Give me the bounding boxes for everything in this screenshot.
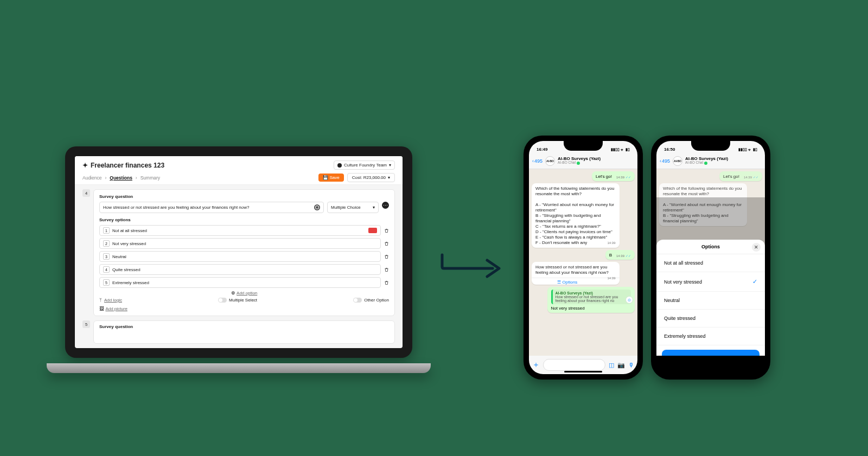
option-input[interactable]: 3Neutral: [99, 251, 381, 262]
laptop-screen: Freelancer finances 123 Culture Foundry …: [75, 156, 403, 348]
back-button[interactable]: ‹ 495: [660, 158, 670, 164]
toggle-icon: [353, 298, 362, 303]
option-row: 3Neutral: [99, 251, 389, 262]
option-row: 1Not at all stressed: [99, 225, 389, 236]
sheet-option-label: Neutral: [664, 298, 680, 303]
option-input[interactable]: 5Extremely stressed: [99, 277, 381, 288]
send-button[interactable]: Send: [662, 350, 760, 356]
status-time: 16:49: [537, 147, 547, 152]
read-checks-icon: ✓✓: [753, 175, 758, 179]
laptop-base: [47, 363, 431, 373]
sheet-option[interactable]: Extremely stressed: [656, 327, 765, 345]
back-button[interactable]: ‹ 495: [532, 158, 542, 164]
crumb-questions[interactable]: Questions: [110, 175, 132, 181]
cost-label: Cost: R23,000.00: [352, 175, 386, 180]
breadcrumbs: Audience › Questions › Summary: [82, 175, 160, 181]
cost-display[interactable]: Cost: R23,000.00 ▾: [347, 173, 395, 182]
message-in[interactable]: Which of the following statements do you…: [532, 183, 620, 248]
message-out[interactable]: B 14:39✓✓: [605, 250, 635, 260]
crumb-summary[interactable]: Summary: [141, 175, 160, 181]
option-input[interactable]: 4Quite stressed: [99, 264, 381, 275]
close-button[interactable]: ✕: [752, 243, 761, 252]
option-number: 5: [103, 279, 110, 286]
wifi-icon: ᯤ: [621, 148, 624, 152]
crumb-audience[interactable]: Audience: [82, 175, 101, 181]
camera-icon[interactable]: 📷: [617, 362, 625, 369]
options-button[interactable]: ☰ Options: [532, 278, 620, 287]
other-option-toggle[interactable]: Other Option: [353, 298, 389, 303]
phone-mock-options: 16:50 ▮▮▯▯ ᯤ ▮▯ ‹ 495 AI·BO AI-BO Survey…: [651, 136, 770, 380]
reply-quote: AI-BO Surveys (Yazi) How stressed or not…: [551, 290, 631, 304]
wand-icon: [82, 162, 88, 169]
app-header: Freelancer finances 123 Culture Foundry …: [75, 156, 403, 185]
page-title: Freelancer finances 123: [82, 162, 164, 169]
attach-button[interactable]: ＋: [532, 360, 540, 370]
option-label: Not very stressed: [112, 241, 146, 246]
save-button[interactable]: 💾 Save: [318, 174, 344, 182]
sticker-icon[interactable]: ◫: [609, 362, 614, 369]
chevron-down-icon: ▾: [389, 163, 391, 168]
trash-icon[interactable]: [384, 254, 389, 259]
message-out[interactable]: Let's go! 14:39✓✓: [592, 171, 635, 181]
message-text: Let's go!: [596, 174, 612, 179]
step-number-badge[interactable]: 5: [82, 320, 90, 328]
sheet-option[interactable]: Quite stressed: [656, 310, 765, 327]
multiple-select-toggle[interactable]: Multiple Select: [218, 298, 257, 303]
team-selector[interactable]: Culture Foundry Team ▾: [334, 160, 395, 170]
branch-icon: ᛘ: [99, 298, 102, 303]
option-row: 5Extremely stressed: [99, 277, 389, 288]
trash-icon[interactable]: [384, 280, 389, 285]
option-number: 4: [103, 266, 110, 273]
chat-body[interactable]: Let's go! 14:39✓✓ Which of the following…: [529, 169, 637, 356]
message-text: B: [609, 253, 612, 258]
media-icon[interactable]: [368, 228, 377, 233]
battery-icon: ▮▯: [626, 147, 630, 152]
record-icon[interactable]: [314, 204, 320, 210]
message-in-with-options[interactable]: How stressed or not stressed are you fee…: [532, 262, 620, 285]
page-title-text: Freelancer finances 123: [91, 162, 164, 169]
chevron-left-icon: ‹: [660, 158, 661, 164]
option-input[interactable]: 2Not very stressed: [99, 238, 381, 249]
sheet-option[interactable]: Not at all stressed: [656, 254, 765, 272]
question-more-button[interactable]: ⋯: [382, 202, 389, 209]
builder-canvas: 4 Survey question How stressed or not st…: [75, 185, 403, 320]
add-picture-link[interactable]: Add picture: [105, 306, 127, 311]
question-input[interactable]: How stressed or not stressed are you fee…: [99, 202, 324, 213]
laptop-bezel: Freelancer finances 123 Culture Foundry …: [65, 146, 412, 358]
message-out-reply[interactable]: AI-BO Surveys (Yazi) How stressed or not…: [547, 287, 635, 313]
option-input[interactable]: 1Not at all stressed: [99, 225, 381, 236]
message-text: Which of the following statements do you…: [535, 186, 614, 245]
contact-avatar[interactable]: AI·BO: [673, 156, 682, 166]
trash-icon[interactable]: [384, 267, 389, 272]
contact-avatar[interactable]: AI·BO: [545, 156, 555, 166]
mic-icon[interactable]: 🎙: [628, 362, 634, 368]
question-card-collapsed[interactable]: Survey question: [93, 320, 395, 344]
sheet-option-label: Extremely stressed: [664, 333, 706, 339]
message-text: Let's go!: [723, 174, 739, 179]
trash-icon[interactable]: [384, 228, 389, 233]
list-icon: ☰: [557, 280, 562, 285]
option-label: Quite stressed: [112, 267, 141, 272]
add-logic-link[interactable]: ᛘ Add logic: [99, 298, 122, 303]
sheet-option[interactable]: Not very stressed✓: [656, 272, 765, 292]
option-row: 2Not very stressed: [99, 238, 389, 249]
chat-header: ‹ 495 AI·BO AI-BO Surveys (Yazi) AI-BO C…: [656, 153, 765, 169]
survey-question-label: Survey question: [99, 324, 389, 329]
chat-body: Let's go! 14:39✓✓ Which of the following…: [656, 169, 765, 356]
question-card: Survey question How stressed or not stre…: [93, 189, 395, 316]
toggle-icon: [218, 298, 227, 303]
chevron-left-icon: ‹: [532, 158, 534, 164]
step-number-badge[interactable]: 4: [82, 189, 90, 197]
question-type-select[interactable]: Multiple Choice ▾: [327, 202, 379, 213]
compose-input[interactable]: [543, 359, 605, 371]
contact-subtitle: AI-BO Chat: [558, 161, 576, 165]
option-label: Neutral: [112, 254, 126, 259]
sheet-option-label: Not very stressed: [664, 279, 702, 285]
trash-icon[interactable]: [384, 241, 389, 246]
save-button-label: Save: [330, 175, 340, 180]
verified-icon: [704, 162, 707, 165]
emoji-react-icon[interactable]: ☺: [626, 296, 633, 304]
add-option-link[interactable]: Add option: [237, 291, 257, 296]
sheet-option[interactable]: Neutral: [656, 292, 765, 310]
option-number: 1: [103, 227, 110, 234]
